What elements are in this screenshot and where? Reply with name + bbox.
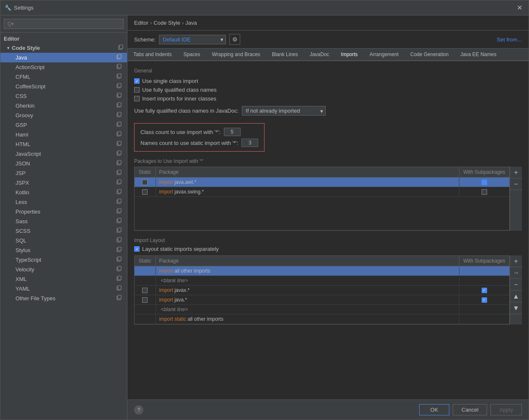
insert-imports-inner-checkbox[interactable] [134, 96, 140, 101]
sass-copy-icon [116, 218, 122, 225]
sidebar-item-sql[interactable]: SQL [0, 236, 127, 245]
table-row[interactable]: import java.awt.* [135, 178, 509, 187]
sidebar-item-json[interactable]: JSON [0, 159, 127, 168]
layout-move-up-button[interactable]: ↑n [510, 267, 522, 279]
sidebar-item-gherkin[interactable]: Gherkin [0, 101, 127, 111]
svg-rect-29 [118, 180, 121, 183]
sidebar-item-gsp[interactable]: GSP [0, 120, 127, 130]
tab-arrangement[interactable]: Arrangement [363, 49, 404, 61]
tab-javadoc[interactable]: JavaDoc [304, 49, 335, 61]
pkg-row1-subpackages-checkbox[interactable] [482, 180, 487, 185]
tab-wrapping[interactable]: Wrapping and Braces [206, 49, 266, 61]
layout-static-row: Layout static imports separately [134, 246, 522, 252]
import-layout-table: Static Package With Subpackages [135, 256, 509, 324]
class-count-input[interactable] [224, 128, 241, 136]
use-single-class-row: Use single class import [134, 78, 522, 84]
sidebar-item-actionscript[interactable]: ActionScript [0, 62, 127, 72]
set-from-link[interactable]: Set from... [497, 36, 522, 43]
panel-content: General Use single class import Use full… [127, 61, 529, 399]
haml-copy-icon [116, 131, 122, 138]
table-row[interactable]: import static all other imports [135, 314, 509, 324]
svg-rect-39 [118, 228, 121, 232]
sidebar-item-sass[interactable]: Sass [0, 216, 127, 226]
javadoc-row: Use fully qualified class names in JavaD… [134, 106, 522, 116]
sidebar-item-stylus[interactable]: Stylus [0, 245, 127, 255]
layout-add-button[interactable]: + [510, 255, 522, 267]
sidebar-item-css[interactable]: CSS [0, 91, 127, 101]
javadoc-select[interactable]: If not already imported Always Never [242, 106, 326, 116]
xml-copy-icon [116, 276, 122, 283]
cancel-button[interactable]: Cancel [453, 404, 487, 415]
code-style-group[interactable]: ▾ Code Style [0, 43, 127, 53]
tab-code-generation[interactable]: Code Generation [405, 49, 454, 61]
html-copy-icon [116, 141, 122, 148]
search-input[interactable] [4, 19, 124, 29]
layout-scroll-up-button[interactable]: ▲ [510, 291, 522, 302]
pkg-row2-static-checkbox[interactable] [142, 189, 148, 195]
sidebar-item-coffeescript[interactable]: CoffeeScript [0, 82, 127, 91]
tab-spaces[interactable]: Spaces [177, 49, 206, 61]
sidebar-item-jsp[interactable]: JSP [0, 168, 127, 178]
sql-copy-icon [116, 237, 122, 244]
editor-group[interactable]: Editor [0, 34, 127, 43]
sidebar-item-xml[interactable]: XML [0, 274, 127, 284]
cfml-copy-icon [116, 73, 122, 80]
scheme-gear-button[interactable]: ⚙ [229, 34, 240, 45]
scheme-select[interactable]: Default IDE [159, 35, 226, 44]
use-fully-qualified-checkbox[interactable] [134, 87, 140, 93]
sidebar-item-other[interactable]: Other File Types [0, 294, 127, 303]
code-style-copy-icon [118, 44, 124, 52]
ok-button[interactable]: OK [419, 404, 449, 415]
names-count-input[interactable] [241, 139, 258, 147]
packages-remove-button[interactable]: − [510, 178, 522, 190]
sidebar-item-properties[interactable]: Properties [0, 207, 127, 216]
help-button[interactable]: ? [134, 405, 143, 415]
svg-rect-49 [118, 276, 121, 280]
layout-row4-static-checkbox[interactable] [142, 297, 148, 303]
svg-rect-7 [118, 74, 121, 77]
sidebar-item-haml[interactable]: Haml [0, 130, 127, 139]
sidebar-item-kotlin[interactable]: Kotlin [0, 188, 127, 197]
svg-rect-27 [118, 170, 121, 174]
sidebar-item-velocity[interactable]: Velocity [0, 265, 127, 274]
layout-scroll-down-button[interactable]: ▼ [510, 302, 522, 314]
table-row[interactable]: <blank line> [135, 305, 509, 314]
close-button[interactable]: ✕ [514, 3, 524, 13]
layout-static-checkbox[interactable] [134, 246, 140, 252]
tabs-bar: Tabs and Indents Spaces Wrapping and Bra… [127, 49, 529, 61]
sidebar-item-groovy[interactable]: Groovy [0, 111, 127, 120]
sidebar-item-java[interactable]: Java [0, 53, 127, 62]
tab-blank-lines[interactable]: Blank Lines [266, 49, 304, 61]
layout-row3-static-checkbox[interactable] [142, 288, 148, 293]
sidebar-item-html[interactable]: HTML [0, 139, 127, 149]
layout-row4-subpackages-checkbox[interactable] [482, 297, 487, 303]
table-row[interactable]: import java.* [135, 295, 509, 305]
content-area: Editor ▾ Code Style Java Ac [0, 15, 529, 420]
sidebar-item-typescript[interactable]: TypeScript [0, 255, 127, 265]
class-count-label: Class count to use import with '*': [140, 129, 220, 135]
layout-remove-button[interactable]: − [510, 279, 522, 291]
sidebar-item-cfml[interactable]: CFML [0, 72, 127, 82]
sidebar-item-jspx[interactable]: JSPX [0, 178, 127, 188]
tab-tabs-indents[interactable]: Tabs and Indents [127, 49, 177, 61]
table-row[interactable]: import javax.swing.* [135, 187, 509, 197]
svg-rect-51 [118, 286, 121, 289]
use-single-class-checkbox[interactable] [134, 78, 140, 84]
tab-java-ee[interactable]: Java EE Names [454, 49, 502, 61]
tab-imports[interactable]: Imports [335, 49, 363, 61]
sidebar-item-yaml[interactable]: YAML [0, 284, 127, 294]
sidebar-item-javascript[interactable]: JavaScript [0, 149, 127, 159]
packages-col-subpackages: With Subpackages [459, 167, 509, 178]
pkg-row1-static-checkbox[interactable] [142, 180, 148, 185]
sidebar-item-less[interactable]: Less [0, 197, 127, 207]
apply-button[interactable]: Apply [490, 404, 522, 415]
layout-row3-subpackages-checkbox[interactable] [482, 288, 487, 293]
table-row[interactable]: import javax.* [135, 286, 509, 295]
svg-rect-23 [118, 151, 121, 155]
sidebar-item-scss[interactable]: SCSS [0, 226, 127, 236]
table-row[interactable]: <blank line> [135, 276, 509, 286]
pkg-row2-subpackages-checkbox[interactable] [482, 189, 487, 195]
insert-imports-inner-label: Insert imports for inner classes [142, 95, 216, 102]
packages-add-button[interactable]: + [510, 167, 522, 178]
table-row[interactable]: import all other imports [135, 266, 509, 276]
